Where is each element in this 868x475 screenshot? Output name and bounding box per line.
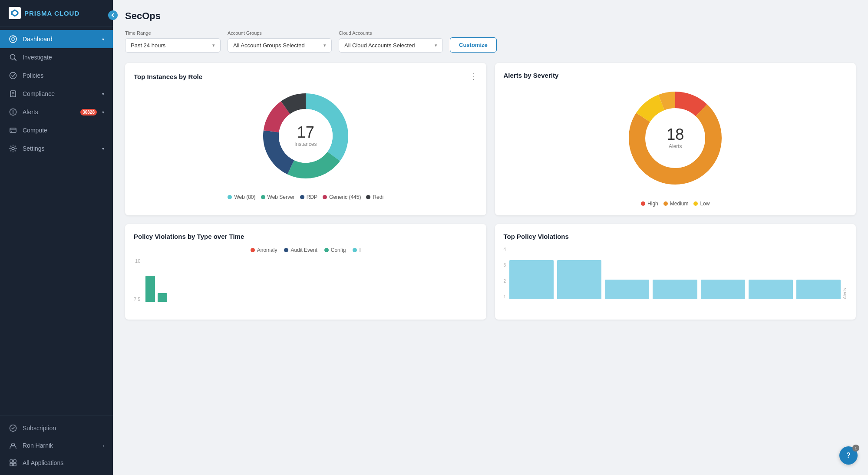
- legend-item: Web (80): [228, 194, 255, 200]
- sidebar-item-subscription[interactable]: Subscription: [0, 419, 113, 437]
- top-policy-bars: [509, 247, 841, 299]
- chevron-down-icon: ▾: [102, 92, 104, 96]
- sidebar-footer: Subscription Ron Harnik › All Ap: [0, 416, 113, 475]
- chevron-down-icon: ▾: [102, 146, 104, 151]
- filters-row: Time Range Past 24 hours ▾ Account Group…: [125, 30, 856, 53]
- sidebar-item-all-applications[interactable]: All Applications: [0, 454, 113, 472]
- svg-line-5: [14, 36, 15, 38]
- policies-icon: [9, 71, 17, 80]
- donut-center-instances: 17 Instances: [294, 125, 317, 147]
- sidebar-item-label: All Applications: [23, 459, 104, 466]
- sidebar-item-dashboard[interactable]: Dashboard ▾: [0, 30, 113, 48]
- bar: [158, 293, 167, 302]
- alerts-severity-chart: 18 Alerts High Medium: [504, 86, 848, 207]
- alerts-severity-card: Alerts by Severity: [495, 63, 856, 215]
- sidebar-item-compute[interactable]: Compute: [0, 121, 113, 139]
- svg-point-3: [12, 38, 14, 40]
- sidebar-item-policies[interactable]: Policies: [0, 66, 113, 85]
- sidebar-item-settings[interactable]: Settings ▾: [0, 139, 113, 158]
- top-instances-card: Top Instances by Role ⋮: [125, 63, 486, 215]
- alerts-severity-title: Alerts by Severity: [504, 72, 559, 79]
- legend-item: Web Server: [261, 194, 295, 200]
- nav-menu: Dashboard ▾ Investigate Policies: [0, 26, 113, 416]
- bar: [605, 280, 649, 299]
- legend-label-rdp: RDP: [307, 194, 317, 200]
- help-button[interactable]: 1 ?: [839, 446, 858, 465]
- time-range-select[interactable]: Past 24 hours ▾: [125, 38, 221, 53]
- y-label: 7.5: [134, 297, 140, 302]
- legend-color-low: [693, 201, 698, 206]
- user-icon: [9, 441, 17, 450]
- bar: [701, 280, 745, 299]
- legend-color-medium: [663, 201, 668, 206]
- legend-color-audit: [284, 248, 288, 252]
- y-label: 2: [504, 279, 506, 284]
- legend-color-rdp: [300, 195, 304, 199]
- compliance-icon: [9, 89, 17, 98]
- bars-container: [145, 258, 477, 302]
- account-groups-select[interactable]: All Account Groups Selected ▾: [228, 38, 332, 53]
- legend-item: Redi: [366, 194, 383, 200]
- time-range-filter: Time Range Past 24 hours ▾: [125, 30, 221, 53]
- policy-violations-title: Policy Violations by Type over Time: [134, 233, 244, 240]
- legend-item: Audit Event: [284, 247, 317, 253]
- help-badge: 1: [852, 445, 859, 452]
- bar: [557, 260, 601, 299]
- legend-color-high: [641, 201, 645, 206]
- logo-text: PRISMA CLOUD: [24, 10, 79, 17]
- svg-point-8: [10, 73, 17, 79]
- legend-item: I: [353, 247, 360, 253]
- sidebar-header: PRISMA CLOUD: [0, 0, 113, 26]
- svg-point-19: [12, 147, 14, 150]
- legend-label: Anomaly: [257, 247, 277, 253]
- legend-label-webserver: Web Server: [267, 194, 295, 200]
- svg-rect-16: [10, 128, 16, 132]
- top-instances-chart: 17 Instances Web (80) Web Server: [134, 88, 478, 200]
- donut-chart-instances: 17 Instances: [258, 88, 353, 184]
- legend-label-redi: Redi: [373, 194, 383, 200]
- svg-line-7: [14, 59, 16, 60]
- legend-label: Audit Event: [290, 247, 317, 253]
- instances-label: Instances: [294, 141, 317, 147]
- time-range-value: Past 24 hours: [131, 42, 209, 49]
- top-policy-chart-area: 4 3 2 1: [504, 247, 848, 299]
- top-policy-violations-card: Top Policy Violations 4 3 2 1: [495, 224, 856, 320]
- chevron-down-icon: ▾: [435, 43, 437, 48]
- sidebar-item-label: Investigate: [23, 54, 104, 61]
- legend-item: Generic (445): [323, 194, 361, 200]
- subscription-icon: [9, 424, 17, 432]
- sidebar-item-investigate[interactable]: Investigate: [0, 48, 113, 66]
- apps-icon: [9, 459, 17, 467]
- card-header: Alerts by Severity: [504, 72, 848, 79]
- bar: [145, 276, 155, 302]
- legend-label-web: Web (80): [234, 194, 255, 200]
- alerts-icon: [9, 108, 17, 116]
- card-header: Policy Violations by Type over Time: [134, 233, 478, 240]
- sidebar: PRISMA CLOUD Dashboard ▾: [0, 0, 113, 475]
- y-label: 1: [504, 294, 506, 299]
- sidebar-item-label: Dashboard: [23, 36, 97, 43]
- time-range-label: Time Range: [125, 30, 221, 36]
- alerts-label: Alerts: [667, 143, 684, 149]
- sidebar-item-compliance[interactable]: Compliance ▾: [0, 85, 113, 103]
- collapse-sidebar-button[interactable]: [108, 10, 118, 20]
- legend-item-high: High: [641, 201, 658, 207]
- legend-color-config: [324, 248, 329, 252]
- sidebar-item-label: Compliance: [23, 90, 97, 97]
- sidebar-item-user[interactable]: Ron Harnik ›: [0, 437, 113, 454]
- donut-center-alerts: 18 Alerts: [667, 127, 684, 149]
- instances-count: 17: [294, 125, 317, 140]
- svg-rect-18: [11, 131, 12, 132]
- sidebar-item-alerts[interactable]: Alerts 30828 ▾: [0, 103, 113, 121]
- legend-color-redi: [366, 195, 370, 199]
- svg-rect-24: [10, 463, 13, 466]
- customize-button[interactable]: Customize: [450, 37, 497, 53]
- dashboard-icon: [9, 35, 17, 43]
- severity-legend: High Medium Low: [641, 201, 710, 207]
- legend-label: Config: [331, 247, 346, 253]
- alerts-count: 18: [667, 127, 684, 142]
- more-options-icon[interactable]: ⋮: [470, 72, 478, 81]
- top-instances-title: Top Instances by Role: [134, 73, 202, 80]
- cloud-accounts-select[interactable]: All Cloud Accounts Selected ▾: [339, 38, 443, 53]
- page-title: SecOps: [125, 10, 856, 22]
